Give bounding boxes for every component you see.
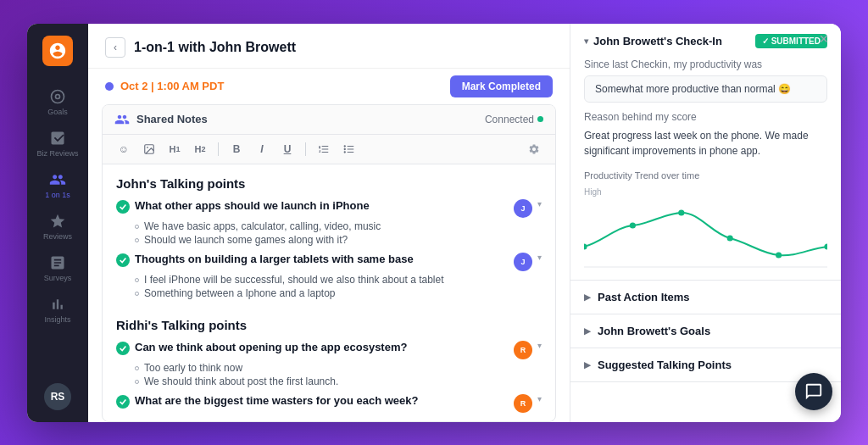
tp2-check — [116, 253, 130, 267]
chat-fab-button[interactable] — [795, 373, 832, 410]
shared-notes-icon — [114, 112, 130, 127]
sidebar-logo — [42, 36, 73, 66]
tp1-chevron[interactable]: ▾ — [537, 199, 542, 209]
tp3-sub2: We should think about post the first lau… — [144, 375, 338, 387]
tp2-text: Thoughts on building a larger tablets wi… — [135, 253, 509, 265]
past-action-items-section: ▶ Past Action Items — [570, 281, 841, 314]
toolbar-h2-btn[interactable]: H2 — [191, 140, 209, 159]
toolbar-sep2 — [305, 142, 306, 156]
main-header: ‹ 1-on-1 with John Browett — [88, 24, 570, 69]
mark-completed-button[interactable]: Mark Completed — [450, 75, 553, 97]
suggested-talking-points-label: Suggested Talking Points — [598, 359, 732, 371]
tp4-chevron[interactable]: ▾ — [537, 394, 542, 403]
section-ridhis: Ridhi's Talking points — [116, 318, 542, 332]
talking-point-1: What other apps should we launch in iPho… — [116, 199, 542, 246]
sidebar-item-surveys[interactable]: Surveys — [27, 248, 88, 289]
tp2-chevron[interactable]: ▾ — [537, 253, 542, 262]
goals-header[interactable]: ▶ John Browett's Goals — [570, 314, 841, 348]
talking-point-2: Thoughts on building a larger tablets wi… — [116, 253, 542, 299]
svg-point-17 — [824, 243, 827, 249]
submitted-badge: ✓ SUBMITTED — [755, 34, 827, 48]
suggested-talking-points-section: ▶ Suggested Talking Points — [570, 348, 841, 382]
svg-point-8 — [344, 145, 345, 146]
chart-title: Productivity Trend over time — [584, 170, 827, 181]
tp3-text: Can we think about opening up the app ec… — [135, 341, 509, 353]
avatar[interactable]: RS — [44, 383, 71, 410]
sidebar-item-goals[interactable]: Goals — [27, 81, 88, 123]
app-window: ✕ Goals Biz Reviews 1 on 1s Reviews — [27, 24, 841, 422]
svg-point-1 — [147, 147, 148, 148]
tp2-sub2: Something between a Iphone and a laptop — [144, 287, 336, 299]
tp2-sub1: I feel iPhone will be successful, should… — [144, 274, 444, 286]
past-action-items-chevron: ▶ — [584, 292, 591, 302]
back-button[interactable]: ‹ — [105, 37, 125, 58]
connected-label: Connected — [485, 114, 534, 125]
notes-body: John's Talking points What other apps sh… — [103, 164, 555, 421]
toolbar-underline-btn[interactable]: U — [278, 140, 297, 159]
productivity-label: Since last Checkin, my productivity was — [584, 58, 827, 70]
tp4-avatar-btn[interactable]: R — [514, 394, 532, 413]
sidebar-item-insights-label: Insights — [44, 315, 70, 324]
toolbar-italic-btn[interactable]: I — [253, 140, 271, 159]
sidebar-item-biz-reviews[interactable]: Biz Reviews — [27, 123, 88, 164]
connected-badge: Connected — [485, 114, 543, 125]
notes-title: Shared Notes — [136, 113, 208, 125]
past-action-items-header[interactable]: ▶ Past Action Items — [570, 281, 841, 314]
productivity-answer: Somewhat more productive than normal 😄 — [584, 75, 827, 103]
toolbar-emoji-btn[interactable]: ☺ — [114, 140, 133, 159]
date-row: Oct 2 | 1:00 AM PDT Mark Completed — [88, 69, 570, 104]
tp1-sub: We have basic apps, calculator, calling,… — [116, 220, 542, 246]
sidebar-item-1on1s-label: 1 on 1s — [45, 191, 70, 199]
tp4-text: What are the biggest time wasters for yo… — [135, 394, 509, 407]
tp3-avatar-btn[interactable]: R — [514, 341, 532, 359]
toolbar-image-btn[interactable] — [140, 140, 159, 159]
notes-title-area: Shared Notes — [114, 112, 208, 127]
talking-point-4: What are the biggest time wasters for yo… — [116, 394, 542, 413]
date-info: Oct 2 | 1:00 AM PDT — [105, 80, 224, 92]
sidebar-item-reviews[interactable]: Reviews — [27, 206, 88, 248]
date-dot — [105, 82, 114, 91]
checkin-body: Since last Checkin, my productivity was … — [570, 58, 841, 280]
sidebar-item-insights[interactable]: Insights — [27, 289, 88, 331]
talking-point-3: Can we think about opening up the app ec… — [116, 341, 542, 387]
tp3-sub1: Too early to think now — [144, 362, 242, 374]
productivity-chart: Productivity Trend over time High — [584, 170, 827, 268]
toolbar-ul-btn[interactable] — [340, 140, 359, 159]
goals-label: John Browett's Goals — [598, 325, 710, 337]
goals-chevron: ▶ — [584, 326, 591, 336]
checkin-chevron[interactable]: ▾ — [584, 36, 588, 46]
checkin-header: ▾ John Browett's Check-In ✓ SUBMITTED — [570, 24, 841, 58]
tp3-sub: Too early to think now We should think a… — [116, 362, 542, 387]
connected-dot — [537, 116, 543, 122]
svg-point-16 — [776, 252, 782, 258]
svg-point-9 — [344, 148, 345, 149]
tp3-chevron[interactable]: ▾ — [537, 341, 542, 350]
tp1-check — [116, 200, 130, 214]
date-text: Oct 2 | 1:00 AM PDT — [120, 80, 224, 92]
toolbar-bold-btn[interactable]: B — [227, 140, 246, 159]
tp2-avatar-btn[interactable]: J — [514, 253, 532, 271]
toolbar-settings-btn[interactable] — [525, 140, 543, 159]
checkin-section: ▾ John Browett's Check-In ✓ SUBMITTED Si… — [570, 24, 841, 281]
tp3-check — [116, 342, 130, 355]
toolbar-sep1 — [218, 142, 219, 156]
sidebar-item-biz-reviews-label: Biz Reviews — [36, 149, 78, 158]
section-johns: John's Talking points — [116, 176, 542, 191]
close-icon[interactable]: ✕ — [819, 32, 829, 46]
notes-toolbar: ☺ H1 H2 B I U — [103, 135, 555, 164]
tp1-sub1: We have basic apps, calculator, calling,… — [144, 220, 381, 232]
toolbar-h1-btn[interactable]: H1 — [165, 140, 184, 159]
sidebar-item-1on1s[interactable]: 1 on 1s — [27, 164, 88, 206]
svg-point-12 — [584, 243, 587, 249]
chart-label-high: High — [584, 187, 827, 197]
right-panel: ▾ John Browett's Check-In ✓ SUBMITTED Si… — [570, 24, 841, 422]
main-content: ‹ 1-on-1 with John Browett Oct 2 | 1:00 … — [88, 24, 570, 422]
sidebar: Goals Biz Reviews 1 on 1s Reviews Survey… — [27, 24, 88, 422]
tp1-sub2: Should we launch some games along with i… — [144, 234, 348, 246]
chart-area — [584, 200, 827, 268]
suggested-talking-points-header[interactable]: ▶ Suggested Talking Points — [570, 348, 841, 381]
svg-point-10 — [344, 151, 345, 152]
toolbar-ol-btn[interactable] — [314, 140, 333, 159]
meeting-title: 1-on-1 with John Browett — [134, 40, 296, 55]
tp1-avatar-btn[interactable]: J — [514, 199, 532, 218]
